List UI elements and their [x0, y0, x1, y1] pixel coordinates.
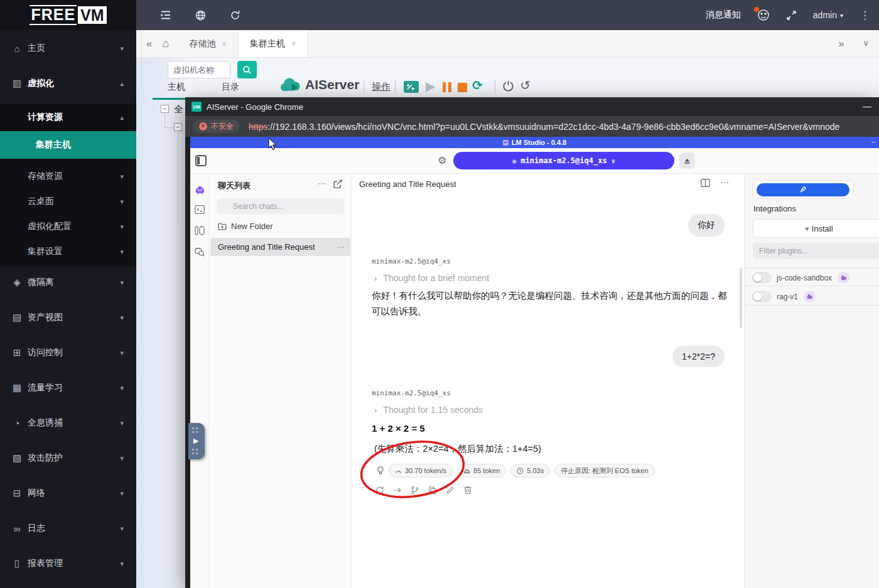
more-menu-icon[interactable]: ⋮ [860, 9, 870, 22]
sidebar-item-compute[interactable]: 计算资源 ▴ [0, 104, 136, 131]
sidebar-item-virtualization[interactable]: ▥ 虚拟化 ▴ [0, 70, 136, 97]
regenerate-icon[interactable] [375, 486, 384, 494]
search-button[interactable] [237, 61, 257, 78]
sidebar-item-home[interactable]: ⌂ 主页 ▾ [0, 35, 136, 62]
eject-model-button[interactable] [679, 152, 695, 169]
sidebar-item-honeypot[interactable]: ◔ 全息诱捕 ▾ [0, 409, 136, 437]
assistant-message: 你好！有什么我可以帮助你的吗？无论是编程问题、技术咨询，还是其他方面的问题，都可… [372, 288, 733, 320]
collapse-menu-icon[interactable] [160, 10, 171, 20]
chrome-window-title: AIServer - Google Chrome [207, 102, 303, 112]
gauge-icon [395, 468, 402, 474]
chat-list-item[interactable]: Greeting and Title Request ⋯ [210, 238, 350, 256]
radar-icon: ◔ [11, 418, 23, 429]
model-selector[interactable]: ◉ minimax-m2.5@iq4_xs ∨ [453, 152, 674, 169]
new-folder-button[interactable]: New Folder [218, 222, 272, 231]
tab-host[interactable]: 主机 [168, 82, 185, 93]
sidebar-item-traffic-learning[interactable]: ▦ 流量学习 ▾ [0, 374, 136, 402]
chevron-down-icon: ∨ [612, 158, 615, 164]
sidebar-item-micro-isolation[interactable]: ◈ 微隔离 ▾ [0, 269, 136, 296]
sidebar-item-network[interactable]: ⊟ 网络 ▾ [0, 479, 136, 507]
globe-icon[interactable] [195, 10, 206, 21]
more-menu-icon[interactable]: ⋯ [318, 179, 326, 188]
split-view-icon[interactable] [701, 179, 710, 187]
sidebar-item-cluster-hosts[interactable]: 集群主机 [0, 131, 136, 159]
user-message: 1+2*2=? [672, 346, 725, 367]
close-icon[interactable]: × [291, 39, 296, 48]
chat-icon[interactable] [195, 185, 205, 195]
plugin-filter-input[interactable] [753, 243, 879, 259]
scrollbar-thumb[interactable] [740, 268, 742, 328]
branch-icon[interactable] [411, 486, 419, 494]
minimize-icon[interactable]: – [871, 137, 875, 145]
vm-console-icon[interactable] [404, 81, 419, 94]
home-tab-icon[interactable]: ⌂ [162, 37, 169, 50]
theme-palette-icon[interactable] [757, 9, 770, 21]
chevron-down-icon: ▾ [120, 454, 124, 462]
sidebar-item-logs[interactable]: ∞ 日志 ▾ [0, 515, 136, 542]
chat-search-input[interactable] [217, 198, 344, 214]
fullscreen-icon[interactable] [786, 10, 797, 21]
lmstudio-rail [190, 174, 209, 588]
more-menu-icon[interactable]: ⋯ [721, 178, 729, 187]
sidebar-item-cluster-settings[interactable]: 集群设置 ▾ [0, 239, 136, 264]
minimize-icon[interactable]: — [863, 101, 871, 111]
vm-search-input[interactable] [168, 61, 230, 78]
tabs-overflow-icon[interactable]: » [839, 38, 844, 50]
vm-pause-icon[interactable] [443, 82, 453, 92]
notifications-link[interactable]: 消息通知 [706, 9, 741, 21]
vm-actions-link[interactable]: 操作 [372, 81, 391, 93]
tab-storage-pool[interactable]: 存储池 × [178, 30, 238, 57]
lmstudio-titlebar: LM Studio - 0.4.8 – [190, 137, 879, 148]
sidebar-item-asset-view[interactable]: ▤ 资产视图 ▾ [0, 304, 136, 331]
more-menu-icon[interactable]: ⋯ [337, 243, 344, 252]
sidebar-item-cloud-desktop[interactable]: 云桌面 ▾ [0, 189, 136, 214]
chrome-url-bar[interactable]: ✕ 不安全 https://192.168.3.160/views/hci/no… [185, 116, 879, 137]
sidebar: FREE VM ⌂ 主页 ▾ ▥ 虚拟化 ▴ 计算资源 ▴ 集群主机 存储资源 … [0, 0, 136, 588]
sidebar-item-virt-config[interactable]: 虚拟化配置 ▾ [0, 214, 136, 239]
continue-icon[interactable] [393, 486, 402, 494]
new-chat-icon[interactable] [333, 179, 342, 188]
traffic-icon: ▦ [11, 382, 23, 393]
plugin-runner-button[interactable] [757, 183, 849, 196]
lmstudio-title: LM Studio - 0.4.8 [512, 139, 566, 146]
tab-cluster-hosts[interactable]: 集群主机 × [238, 30, 308, 57]
delete-icon[interactable] [463, 485, 472, 494]
plugin-toggle[interactable] [752, 291, 771, 302]
vm-start-icon[interactable] [425, 82, 436, 93]
developer-terminal-icon[interactable] [195, 205, 205, 214]
security-badge[interactable]: ✕ 不安全 [193, 120, 240, 133]
virtualization-icon: ▥ [11, 78, 23, 89]
discover-icon[interactable] [195, 247, 205, 257]
copy-icon[interactable] [428, 486, 437, 494]
chrome-titlebar[interactable]: VM AIServer - Google Chrome — [185, 97, 879, 116]
my-models-icon[interactable] [195, 226, 205, 235]
edit-icon[interactable] [446, 486, 455, 494]
tab-directory[interactable]: 目录 [222, 82, 239, 93]
plugin-icon [804, 291, 816, 302]
token-icon [463, 468, 470, 474]
refresh-icon[interactable] [230, 10, 240, 21]
close-icon[interactable]: × [222, 39, 227, 48]
sidebar-item-attack-protection[interactable]: ▧ 攻击防护 ▾ [0, 444, 136, 472]
sidebar-item-reports[interactable]: ▯ 报表管理 ▾ [0, 550, 136, 577]
vm-restart-icon[interactable]: ⟳ [472, 78, 483, 93]
tabs-dropdown-icon[interactable]: ∨ [863, 38, 869, 50]
gear-icon[interactable]: ⚙ [438, 154, 446, 166]
user-menu[interactable]: admin ▾ [813, 10, 843, 20]
sidebar-toggle-icon[interactable] [195, 155, 207, 166]
tree-collapse-node[interactable]: − [161, 105, 169, 113]
vm-rollback-icon[interactable]: ↺ [520, 78, 531, 93]
plugin-toggle[interactable] [752, 272, 771, 283]
install-button[interactable]: + Install [753, 219, 879, 238]
insecure-icon: ✕ [199, 122, 207, 131]
novnc-control-handle[interactable]: ▶ [188, 423, 205, 459]
thought-toggle[interactable]: › Thought for 1.15 seconds [374, 405, 483, 415]
vm-stop-icon[interactable] [458, 83, 467, 92]
chevron-down-icon: ▾ [120, 173, 124, 181]
thought-toggle[interactable]: › Thought for a brief moment [374, 273, 489, 283]
collapse-tabs-icon[interactable]: « [146, 38, 152, 50]
vm-power-icon[interactable] [502, 80, 514, 92]
tree-collapse-node[interactable]: − [174, 123, 182, 131]
sidebar-item-storage-res[interactable]: 存储资源 ▾ [0, 164, 136, 189]
sidebar-item-access-control[interactable]: ⊞ 访问控制 ▾ [0, 339, 136, 366]
